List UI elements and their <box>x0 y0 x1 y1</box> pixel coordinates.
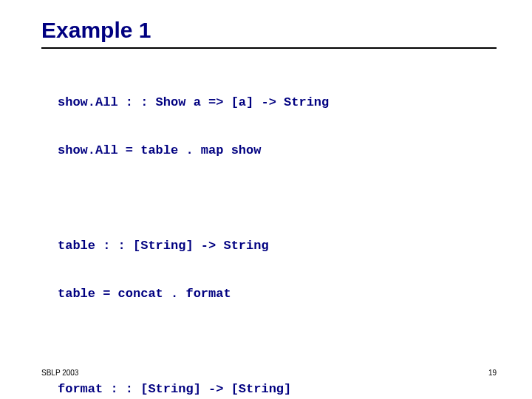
title-underline <box>41 47 497 49</box>
code-line: table : : [String] -> String <box>58 239 497 252</box>
code-line: show.All = table . map show <box>58 144 497 157</box>
slide: Example 1 show.All : : Show a => [a] -> … <box>0 0 532 399</box>
code-line: show.All : : Show a => [a] -> String <box>58 96 497 109</box>
slide-number: 19 <box>488 369 497 377</box>
code-line: format : : [String] -> [String] <box>58 383 497 395</box>
slide-title: Example 1 <box>41 18 497 43</box>
code-line: table = concat . format <box>58 287 497 300</box>
code-block: show.All : : Show a => [a] -> String sho… <box>58 71 497 399</box>
footer-left: SBLP 2003 <box>41 369 78 377</box>
